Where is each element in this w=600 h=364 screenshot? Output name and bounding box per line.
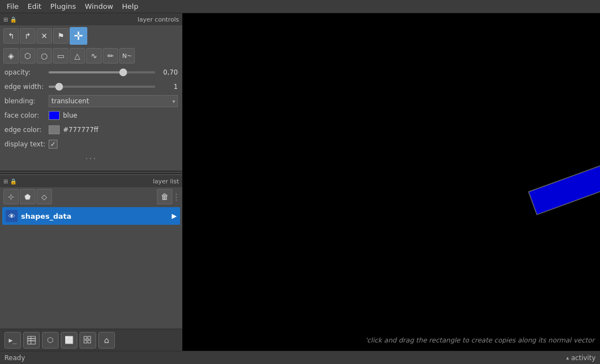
svg-rect-7 [88,340,91,343]
rect-tool-btn[interactable]: ▭ [53,48,69,64]
opacity-slider-fill [49,71,123,73]
svg-rect-5 [88,336,91,339]
edge-width-slider-thumb[interactable] [55,83,63,91]
layer-controls-header: ⊞ 🔒 layer controls [0,13,182,25]
panel-divider [0,173,182,174]
table-btn[interactable] [23,332,40,349]
layer-visibility-btn[interactable]: 👁 [6,210,18,222]
opacity-slider-thumb[interactable] [119,68,127,76]
status-text: Ready [4,354,566,362]
delete-layer-btn[interactable]: 🗑 [157,189,172,204]
opacity-slider-track[interactable] [49,71,155,73]
activity-arrow-icon: ▴ [566,355,569,361]
triangle-tool-btn[interactable]: △ [70,48,85,64]
menubar: File Edit Plugins Window Help [0,0,600,13]
opacity-label: opacity: [4,68,49,76]
edge-color-name: #777777ff [63,126,98,134]
edge-color-swatch[interactable] [49,125,60,134]
opacity-value: 0,70 [159,68,178,76]
new-layer-btn[interactable]: ⊹ [3,189,19,204]
window-btn[interactable]: ⬜ [61,332,77,349]
forward-tool-btn[interactable]: ↱ [20,28,35,44]
edge-width-slider-track[interactable] [49,86,155,88]
pen-tool-btn[interactable]: ✏ [103,48,118,64]
menu-edit[interactable]: Edit [23,1,46,12]
new-shapes-btn[interactable]: ⬟ [20,189,35,204]
bottom-toolbar: ▶_ ⬡ ⬜ ⌂ [0,329,182,351]
display-text-row: display text: ✓ [0,137,182,151]
freehand-tool-btn[interactable]: ∿ [86,48,102,64]
edge-width-label: edge width: [4,83,49,91]
svg-rect-6 [84,340,87,343]
layer-toolbar: ⊹ ⬟ ◇ 🗑 ⋮ [0,187,182,206]
layer-list-title: layer list [19,178,179,185]
face-color-container: blue [49,111,178,120]
face-color-swatch[interactable] [49,111,60,120]
lock-icon: 🔒 [10,17,17,23]
flag-tool-btn[interactable]: ⚑ [53,28,69,44]
svg-rect-8 [529,165,600,214]
circle-tool-btn[interactable]: ○ [36,48,52,64]
chevron-down-icon: ▾ [172,98,175,104]
face-color-label: face color: [4,112,49,119]
edge-width-slider-container: 1 [49,83,178,91]
back-tool-btn[interactable]: ↰ [3,28,19,44]
bezier-tool-btn[interactable]: N~ [119,48,135,64]
menu-help[interactable]: Help [118,1,143,12]
layer-controls-panel: ⊞ 🔒 layer controls ↰ ↱ ✕ ⚑ ✛ ◈ ⬡ ○ ▭ △ ∿… [0,13,182,172]
more-options-dots[interactable]: ··· [0,151,182,166]
edge-color-row: edge color: #777777ff [0,123,182,137]
layer-row[interactable]: 👁 shapes_data ▶ [2,207,180,225]
layer-controls-title: layer controls [19,16,179,23]
panel-expand-handle[interactable]: ⋮ [173,192,179,202]
edge-color-container: #777777ff [49,125,178,134]
home-btn[interactable]: ⌂ [98,332,115,349]
close-tool-btn[interactable]: ✕ [36,28,52,44]
svg-rect-2 [28,341,35,344]
pin-icon: ⊞ [3,17,8,23]
3d-btn[interactable]: ⬡ [42,332,59,349]
layer-list-lock-icon: 🔒 [10,178,17,184]
opacity-row: opacity: 0,70 [0,65,182,80]
controls-toolbar-2: ◈ ⬡ ○ ▭ △ ∿ ✏ N~ [0,46,182,65]
opacity-slider-container: 0,70 [49,68,178,76]
activity-label: activity [571,354,596,362]
layer-list-header: ⊞ 🔒 layer list [0,175,182,187]
canvas-svg [182,13,600,351]
layer-list-pin-icon: ⊞ [3,178,8,184]
statusbar: Ready ▴ activity [0,351,600,364]
layer-arrow-icon: ▶ [172,212,177,220]
layer-list-panel: ⊞ 🔒 layer list ⊹ ⬟ ◇ 🗑 ⋮ 👁 shapes_data ▶ [0,175,182,329]
face-color-row: face color: blue [0,108,182,123]
menu-plugins[interactable]: Plugins [46,1,81,12]
canvas-hint: 'click and drag the rectangle to create … [365,336,594,344]
edge-width-row: edge width: 1 [0,80,182,94]
node-tool-btn[interactable]: ◈ [3,48,19,64]
display-text-checkbox[interactable]: ✓ [49,140,57,149]
left-panel: ⊞ 🔒 layer controls ↰ ↱ ✕ ⚑ ✛ ◈ ⬡ ○ ▭ △ ∿… [0,13,182,351]
svg-rect-4 [84,336,87,339]
move-tool-btn[interactable]: ✛ [70,27,87,45]
menu-window[interactable]: Window [81,1,118,12]
svg-rect-0 [28,336,35,339]
copy-tool-btn[interactable]: ⬡ [20,48,35,64]
blending-value: translucent [51,97,89,105]
face-color-name: blue [63,112,77,119]
blending-row: blending: translucent ▾ [0,94,182,108]
main-area: ⊞ 🔒 layer controls ↰ ↱ ✕ ⚑ ✛ ◈ ⬡ ○ ▭ △ ∿… [0,13,600,351]
menu-file[interactable]: File [2,1,23,12]
blending-dropdown[interactable]: translucent ▾ [49,95,178,107]
blending-label: blending: [4,97,49,105]
controls-toolbar-1: ↰ ↱ ✕ ⚑ ✛ [0,25,182,46]
edge-color-label: edge color: [4,126,49,134]
canvas-area[interactable]: 'click and drag the rectangle to create … [182,13,600,351]
activity-toggle[interactable]: ▴ activity [566,354,596,362]
layer-name: shapes_data [21,212,172,220]
display-text-label: display text: [4,140,49,148]
grid-btn[interactable] [80,332,96,349]
edge-width-value: 1 [159,83,178,91]
terminal-btn[interactable]: ▶_ [4,332,21,349]
svg-rect-1 [28,339,35,341]
new-path-btn[interactable]: ◇ [36,189,52,204]
